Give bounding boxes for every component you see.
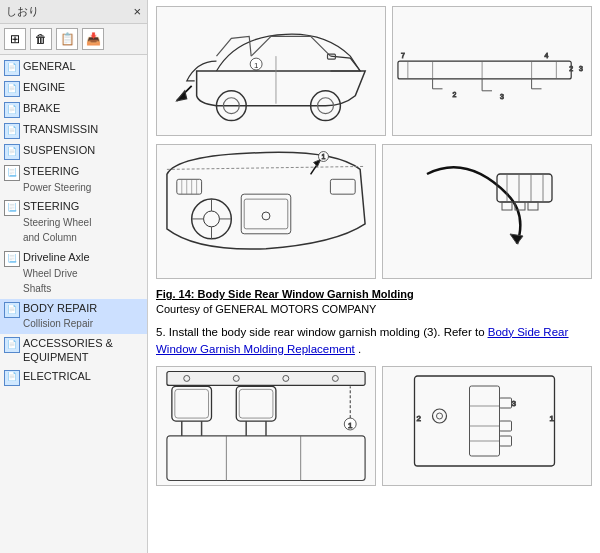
interior-figures-row: 1 [156, 144, 592, 279]
sidebar-header: しおり × [0, 0, 147, 24]
trim-detail-svg: 7 4 2 3 2 3 [393, 39, 591, 104]
nav-label: ENGINE [23, 80, 65, 94]
step5-text: 5. Install the body side rear window gar… [156, 326, 488, 338]
svg-point-23 [262, 212, 270, 220]
side-detail-svg: 2 3 1 [383, 366, 591, 486]
svg-point-32 [204, 211, 220, 227]
svg-rect-50 [175, 390, 209, 419]
svg-rect-29 [330, 179, 355, 194]
sidebar-item-suspension[interactable]: 📄 SUSPENSION [0, 141, 147, 162]
sidebar: しおり × ⊞ 🗑 📋 📥 📄 GENERAL 📄 ENGINE 📄 BRAKE… [0, 0, 148, 553]
toolbar-btn-delete[interactable]: 🗑 [30, 28, 52, 50]
toolbar-btn-copy[interactable]: 📋 [56, 28, 78, 50]
svg-text:1: 1 [254, 61, 259, 70]
sidebar-toolbar: ⊞ 🗑 📋 📥 [0, 24, 147, 55]
nav-sublabel: Steering Wheeland Column [23, 217, 91, 244]
sidebar-item-steering-power[interactable]: 📃 STEERING Power Steering [0, 162, 147, 197]
fig-caption-normal: Courtesy of GENERAL MOTORS COMPANY [156, 303, 376, 315]
sidebar-item-body-repair[interactable]: 📄 BODY REPAIR Collision Repair [0, 299, 147, 334]
sidebar-nav: 📄 GENERAL 📄 ENGINE 📄 BRAKE 📄 TRANSMISSIN… [0, 55, 147, 553]
svg-point-77 [437, 413, 443, 419]
sidebar-close-button[interactable]: × [133, 4, 141, 19]
svg-point-76 [433, 409, 447, 423]
car-figure-main: 1 [156, 6, 386, 136]
doc-icon: 📄 [4, 144, 20, 160]
sidebar-item-general[interactable]: 📄 GENERAL [0, 57, 147, 78]
svg-rect-53 [236, 387, 276, 422]
svg-text:1: 1 [322, 153, 326, 160]
rear-interior-figure: 1 [156, 366, 376, 486]
svg-rect-46 [502, 202, 512, 210]
top-figures-row: 1 [156, 6, 592, 136]
sidebar-item-engine[interactable]: 📄 ENGINE [0, 78, 147, 99]
toolbar-btn-grid[interactable]: ⊞ [4, 28, 26, 50]
svg-text:7: 7 [401, 52, 405, 59]
doc-icon: 📄 [4, 60, 20, 76]
svg-rect-73 [500, 398, 512, 408]
clip-detail-svg [383, 144, 591, 279]
rear-interior-svg: 1 [157, 366, 375, 486]
nav-label: TRANSMISSIN [23, 122, 98, 136]
doc-icon: 📄 [4, 123, 20, 139]
interior-figure: 1 [156, 144, 376, 279]
nav-sublabel: Power Steering [23, 182, 91, 193]
svg-rect-69 [470, 386, 500, 456]
svg-rect-24 [177, 179, 202, 194]
svg-marker-40 [510, 234, 523, 244]
svg-text:3: 3 [500, 92, 504, 99]
trim-detail-figure: 7 4 2 3 2 3 [392, 6, 592, 136]
svg-text:1: 1 [550, 414, 555, 423]
svg-rect-65 [167, 436, 365, 481]
svg-rect-75 [500, 436, 512, 446]
main-content: 1 [148, 0, 600, 553]
clip-detail-figure [382, 144, 592, 279]
sidebar-item-transmission[interactable]: 📄 TRANSMISSIN [0, 120, 147, 141]
doc-icon: 📄 [4, 337, 20, 353]
figure-caption: Fig. 14: Body Side Rear Window Garnish M… [156, 287, 592, 318]
interior-svg: 1 [157, 144, 375, 279]
nav-sublabel: Collision Repair [23, 318, 93, 329]
right-figures-col: 7 4 2 3 2 3 [392, 6, 592, 136]
page-icon: 📃 [4, 200, 20, 216]
sidebar-item-accessories[interactable]: 📄 ACCESSORIES &EQUIPMENT [0, 334, 147, 367]
sidebar-item-brake[interactable]: 📄 BRAKE [0, 99, 147, 120]
doc-icon: 📄 [4, 102, 20, 118]
svg-rect-57 [167, 372, 365, 386]
sidebar-item-steering-wheel[interactable]: 📃 STEERING Steering Wheeland Column [0, 197, 147, 248]
doc-icon: 📄 [4, 302, 20, 318]
svg-text:2: 2 [452, 90, 456, 97]
svg-marker-6 [177, 91, 187, 101]
svg-text:1: 1 [348, 421, 353, 430]
svg-rect-22 [244, 199, 288, 229]
nav-label: BRAKE [23, 101, 60, 115]
sidebar-title: しおり [6, 4, 39, 19]
nav-label: Driveline Axle [23, 251, 90, 263]
car-diagram-svg: 1 [157, 6, 385, 136]
sidebar-item-electrical[interactable]: 📄 ELECTRICAL [0, 367, 147, 388]
nav-label: STEERING [23, 165, 79, 177]
bottom-figures-row: 1 [156, 366, 592, 486]
sidebar-item-driveline[interactable]: 📃 Driveline Axle Wheel DriveShafts [0, 248, 147, 299]
nav-label: ACCESSORIES &EQUIPMENT [23, 336, 113, 365]
svg-rect-48 [528, 202, 538, 210]
page-icon: 📃 [4, 251, 20, 267]
doc-icon: 📄 [4, 81, 20, 97]
svg-marker-37 [314, 159, 321, 166]
step5-end: . [355, 343, 361, 355]
fig-caption-bold: Fig. 14: Body Side Rear Window Garnish M… [156, 288, 414, 300]
nav-label: ELECTRICAL [23, 369, 91, 383]
nav-label: STEERING [23, 200, 79, 212]
svg-rect-9 [398, 61, 571, 79]
svg-rect-41 [497, 174, 552, 202]
svg-rect-21 [241, 194, 291, 234]
svg-text:4: 4 [544, 52, 548, 59]
svg-text:3: 3 [579, 65, 583, 72]
svg-rect-74 [500, 421, 512, 431]
page-icon: 📃 [4, 165, 20, 181]
nav-label: SUSPENSION [23, 143, 95, 157]
step5-content: 5. Install the body side rear window gar… [156, 324, 592, 359]
nav-label: BODY REPAIR [23, 302, 97, 314]
toolbar-btn-import[interactable]: 📥 [82, 28, 104, 50]
svg-text:2: 2 [417, 414, 422, 423]
svg-rect-54 [239, 390, 273, 419]
